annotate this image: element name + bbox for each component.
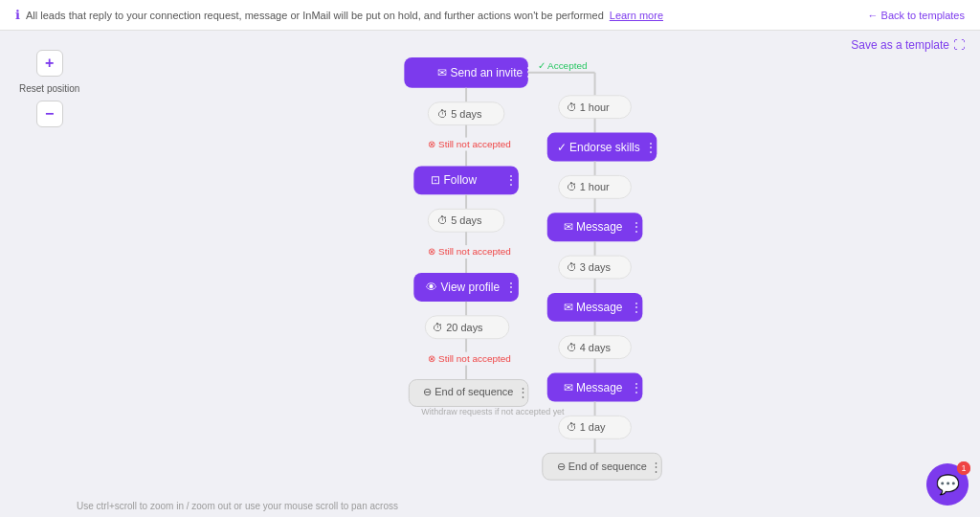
svg-text:⏱ 20 days: ⏱ 20 days: [433, 322, 483, 333]
svg-text:⋮: ⋮: [517, 385, 529, 399]
warning-bar: ℹ All leads that reply to your connectio…: [0, 0, 980, 31]
svg-rect-55: [559, 336, 632, 359]
svg-rect-48: [559, 256, 632, 279]
svg-rect-65: [543, 453, 662, 480]
svg-rect-22: [425, 316, 509, 339]
svg-rect-0: [404, 57, 527, 88]
notification-badge: 1: [957, 461, 970, 475]
chat-bubble[interactable]: 💬 1: [926, 463, 969, 506]
svg-text:⏱ 1 day: ⏱ 1 day: [567, 421, 606, 433]
svg-text:👁 View profile: 👁 View profile: [426, 281, 500, 294]
svg-text:✉ Send an invite: ✉ Send an invite: [437, 66, 523, 79]
svg-rect-51: [547, 293, 643, 322]
svg-text:⏱ 5 days: ⏱ 5 days: [437, 108, 482, 120]
svg-text:⊡ Follow: ⊡ Follow: [431, 173, 477, 187]
svg-text:⏱ 1 hour: ⏱ 1 hour: [567, 101, 610, 113]
svg-text:✓ Accepted: ✓ Accepted: [538, 60, 588, 71]
zoom-in-button[interactable]: +: [36, 50, 63, 77]
svg-rect-62: [559, 416, 632, 438]
bottom-hint: Use ctrl+scroll to zoom in / zoom out or…: [77, 501, 398, 511]
svg-text:✉ Message: ✉ Message: [564, 301, 623, 314]
svg-rect-18: [413, 273, 519, 302]
svg-text:⏱ 5 days: ⏱ 5 days: [437, 214, 482, 226]
svg-rect-37: [547, 133, 657, 162]
svg-rect-41: [559, 175, 632, 198]
learn-more-link[interactable]: Learn more: [610, 10, 663, 21]
svg-text:✓ Endorse skills: ✓ Endorse skills: [557, 141, 640, 154]
svg-text:⋮: ⋮: [630, 380, 643, 395]
zoom-controls: + Reset position −: [19, 50, 79, 127]
svg-text:⏱ 4 days: ⏱ 4 days: [567, 342, 612, 353]
svg-text:⋮: ⋮: [644, 140, 657, 155]
svg-text:⏱ 3 days: ⏱ 3 days: [567, 261, 612, 273]
reset-position-button[interactable]: Reset position: [19, 82, 79, 95]
warning-text: All leads that reply to your connection …: [26, 10, 604, 21]
svg-text:⊗ Still not accepted: ⊗ Still not accepted: [428, 246, 511, 257]
svg-rect-9: [413, 166, 519, 194]
svg-text:⋮: ⋮: [504, 172, 518, 188]
svg-text:⊗ Still not accepted: ⊗ Still not accepted: [428, 353, 511, 364]
svg-text:✉ Message: ✉ Message: [564, 220, 623, 234]
svg-text:⋮: ⋮: [630, 219, 643, 235]
back-to-templates-link[interactable]: ← Back to templates: [868, 10, 966, 21]
svg-text:⋮: ⋮: [504, 280, 518, 295]
svg-rect-58: [547, 373, 643, 402]
svg-rect-44: [547, 213, 643, 241]
svg-text:⏱ 1 hour: ⏱ 1 hour: [567, 181, 610, 192]
svg-rect-34: [559, 96, 632, 119]
toolbar: Save as a template ⛶: [851, 38, 965, 52]
save-template-label: Save as a template: [851, 38, 949, 52]
svg-rect-27: [409, 380, 528, 407]
chat-icon: 💬: [936, 473, 960, 496]
svg-text:⋮: ⋮: [630, 300, 643, 315]
flow-diagram: ✉ Send an invite ⋮ ⏱ 5 days ⊗ Still not …: [0, 31, 980, 517]
save-template-button[interactable]: Save as a template ⛶: [851, 38, 965, 52]
zoom-out-button[interactable]: −: [36, 101, 63, 127]
warning-text-container: ℹ All leads that reply to your connectio…: [15, 8, 663, 22]
svg-text:✉ Message: ✉ Message: [564, 381, 623, 394]
svg-text:⋮: ⋮: [650, 460, 662, 474]
expand-icon: ⛶: [953, 38, 965, 52]
svg-rect-13: [428, 209, 504, 232]
svg-text:⊗ Still not accepted: ⊗ Still not accepted: [428, 139, 511, 149]
canvas: Save as a template ⛶ + Reset position − …: [0, 31, 980, 517]
info-icon: ℹ: [15, 8, 20, 22]
svg-rect-4: [428, 102, 504, 125]
svg-text:⊖ End of sequence: ⊖ End of sequence: [557, 461, 647, 472]
svg-text:⋮: ⋮: [522, 64, 535, 79]
svg-text:⊖ End of sequence: ⊖ End of sequence: [423, 386, 513, 397]
svg-text:Withdraw requests if not accep: Withdraw requests if not accepted yet: [421, 407, 565, 416]
